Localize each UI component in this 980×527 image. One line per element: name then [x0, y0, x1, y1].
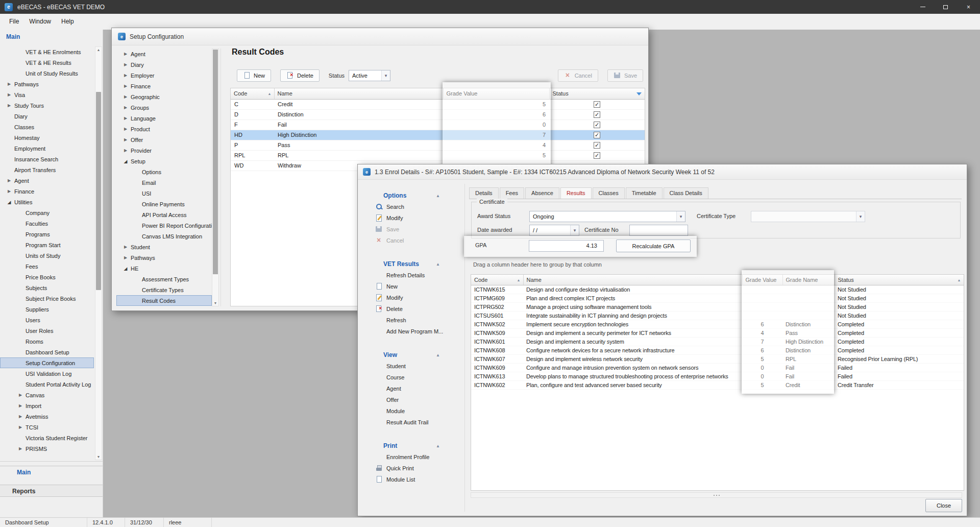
cell-grade-value[interactable]: 4	[742, 328, 782, 337]
cell-grade-value[interactable]: 6	[742, 346, 782, 354]
cell-name[interactable]: Design and configure desktop virtualisat…	[523, 285, 742, 294]
tree-item-tcsi[interactable]: ▶TCSI	[0, 422, 94, 433]
tab-class-details[interactable]: Class Details	[664, 187, 708, 199]
cell-grade-value[interactable]	[742, 311, 782, 320]
minimize-icon[interactable]	[911, 0, 934, 14]
cell-code[interactable]: WD	[231, 160, 274, 171]
collapse-icon[interactable]: ▲	[436, 262, 440, 267]
tree-item-study-tours[interactable]: ▶Study Tours	[0, 100, 94, 111]
tree-item-he[interactable]: ◢HE	[116, 263, 212, 274]
menu-item-delete[interactable]: Delete	[362, 303, 464, 315]
close-button[interactable]: Close	[925, 499, 962, 512]
cell-grade-name[interactable]: Pass	[782, 328, 835, 337]
cell-name[interactable]: Design and implement wireless network se…	[523, 354, 742, 363]
tree-item-student[interactable]: ▶Student	[116, 242, 212, 252]
tree-item-power-bi-report-configuration[interactable]: Power BI Report Configuration	[116, 220, 212, 231]
maximize-icon[interactable]	[934, 0, 957, 14]
cell-status[interactable]: Credit Transfer	[835, 380, 964, 389]
cell-code[interactable]: ICTNWK502	[471, 320, 523, 328]
cell-name[interactable]: Fail	[274, 119, 443, 130]
grid-row[interactable]: ICTNWK609Configure and manage intrusion …	[471, 363, 964, 372]
active-checkbox[interactable]: ✓	[594, 111, 600, 118]
menu-item-add-new-program-m[interactable]: Add New Program M...	[362, 326, 464, 337]
cell-active[interactable]: ✓	[549, 150, 645, 160]
cell-name[interactable]: Integrate sustainability in ICT planning…	[523, 311, 742, 320]
grid-row[interactable]: ICTNWK601Design and implement a security…	[471, 337, 964, 346]
cell-status[interactable]: Failed	[835, 363, 964, 372]
tree-item-email[interactable]: Email	[116, 177, 212, 188]
tree-item-program-start[interactable]: Program Start	[0, 239, 94, 250]
cell-code[interactable]: ICTNWK609	[471, 363, 523, 372]
tree-item-insurance-search[interactable]: Insurance Search	[0, 154, 94, 164]
tree-item-geographic[interactable]: ▶Geographic	[116, 91, 212, 102]
cell-code[interactable]: ICTNWK615	[471, 285, 523, 294]
column-header-grade-name[interactable]: Grade Name	[782, 275, 835, 285]
column-header-status[interactable]: Status	[549, 88, 645, 99]
grid-row[interactable]: PPass4✓	[231, 140, 645, 150]
cell-name[interactable]: High Distinction	[274, 130, 443, 140]
menu-file[interactable]: File	[4, 14, 24, 30]
cell-grade-name[interactable]: Fail	[782, 363, 835, 372]
tree-item-dashboard-setup[interactable]: Dashboard Setup	[0, 347, 94, 357]
tree-item-canvas[interactable]: ▶Canvas	[0, 390, 94, 400]
gpa-value-field[interactable]: 4.13	[529, 240, 604, 252]
active-checkbox[interactable]: ✓	[594, 152, 600, 159]
cell-code[interactable]: ICTNWK509	[471, 328, 523, 337]
tree-item-pathways[interactable]: ▶Pathways	[116, 252, 212, 263]
menu-window[interactable]: Window	[24, 14, 56, 30]
cell-status[interactable]: Not Studied	[835, 311, 964, 320]
column-header-code[interactable]: Code ▲	[231, 88, 274, 99]
cell-name[interactable]: Configure and manage intrusion preventio…	[523, 363, 742, 372]
cell-name[interactable]: Design and implement a security system	[523, 337, 742, 346]
collapsed-arrow-icon[interactable]: ▶	[121, 62, 130, 67]
filter-icon[interactable]	[636, 92, 642, 95]
cell-grade[interactable]: 7	[443, 130, 549, 140]
sidebar-group-reports[interactable]: Reports	[0, 485, 103, 497]
cell-code[interactable]: ICTNWK613	[471, 372, 523, 380]
menu-item-cancel[interactable]: Cancel	[362, 235, 464, 246]
cell-status[interactable]: Completed	[835, 320, 964, 328]
collapse-icon[interactable]: ▲	[436, 194, 440, 198]
grid-row[interactable]: ICTNWK509Design and implement a security…	[471, 328, 964, 337]
cell-code[interactable]: ICTNWK602	[471, 380, 523, 389]
cell-grade[interactable]: 0	[443, 119, 549, 130]
cell-name[interactable]: Configure network devices for a secure n…	[523, 346, 742, 354]
scroll-down-icon[interactable]: ▼	[95, 455, 102, 459]
cell-code[interactable]: RPL	[231, 150, 274, 160]
menu-item-refresh-details[interactable]: Refresh Details	[362, 270, 464, 281]
certificate-no-input[interactable]	[629, 225, 688, 236]
cell-name[interactable]: Plan, configure and test advanced server…	[523, 380, 742, 389]
tree-item-diary[interactable]: Diary	[0, 111, 94, 122]
tree-item-language[interactable]: ▶Language	[116, 113, 212, 124]
cell-grade-name[interactable]	[782, 285, 835, 294]
tree-item-usi-validation-log[interactable]: USI Validation Log	[0, 368, 94, 379]
cell-grade-name[interactable]: RPL	[782, 354, 835, 363]
tree-item-options[interactable]: Options	[116, 166, 212, 177]
collapsed-arrow-icon[interactable]: ▶	[5, 103, 13, 108]
cell-name[interactable]: Implement secure encryption technologies	[523, 320, 742, 328]
scrollbar-thumb[interactable]	[96, 92, 101, 290]
cell-grade[interactable]: 5	[443, 99, 549, 109]
cell-status[interactable]: Completed	[835, 328, 964, 337]
cell-grade-value[interactable]: 7	[742, 337, 782, 346]
tree-item-import[interactable]: ▶Import	[0, 400, 94, 411]
tree-item-api-portal-access[interactable]: API Portal Access	[116, 209, 212, 220]
tree-item-company[interactable]: Company	[0, 207, 94, 218]
grid-horizontal-scrollbar[interactable]	[471, 492, 962, 498]
tree-item-canvas-lms-integration[interactable]: Canvas LMS Integration	[116, 231, 212, 242]
sidebar-group-main[interactable]: Main	[0, 466, 103, 478]
collapsed-arrow-icon[interactable]: ▶	[5, 82, 13, 86]
cell-name[interactable]: Pass	[274, 140, 443, 150]
collapsed-arrow-icon[interactable]: ▶	[16, 425, 24, 429]
collapsed-arrow-icon[interactable]: ▶	[5, 189, 13, 194]
grid-row[interactable]: ICTSUS601Integrate sustainability in ICT…	[471, 311, 964, 320]
collapsed-arrow-icon[interactable]: ▶	[121, 52, 130, 56]
tree-item-assessment-types[interactable]: Assessment Types	[116, 274, 212, 284]
tree-item-programs[interactable]: Programs	[0, 229, 94, 239]
active-checkbox[interactable]: ✓	[594, 132, 600, 138]
grid-row[interactable]: ICTNWK602Plan, configure and test advanc…	[471, 380, 964, 389]
cell-active[interactable]: ✓	[549, 119, 645, 130]
collapsed-arrow-icon[interactable]: ▶	[121, 255, 130, 260]
cell-name[interactable]: Plan and direct complex ICT projects	[523, 294, 742, 302]
dropdown-arrow-icon[interactable]: ▾	[570, 225, 579, 235]
